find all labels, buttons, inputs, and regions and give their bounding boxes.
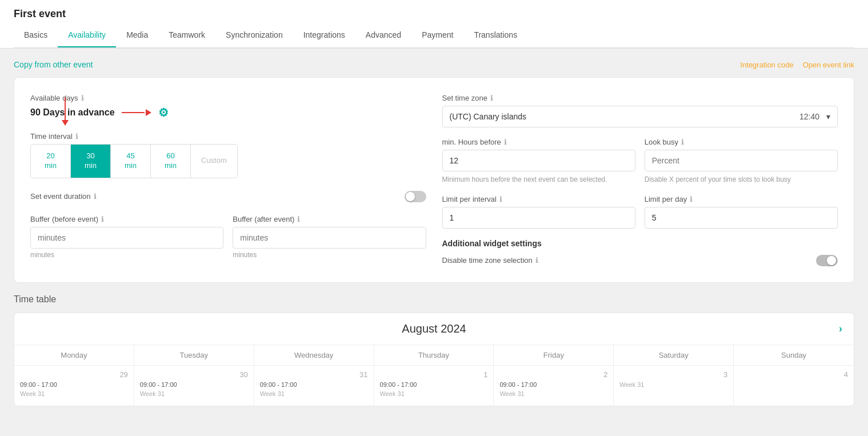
time-btn-60[interactable]: 60min — [151, 145, 191, 178]
time-table-title: Time table — [14, 294, 854, 305]
cell-time-4: 09:00 - 17:00 — [499, 381, 607, 388]
integration-code-link[interactable]: Integration code — [740, 61, 793, 69]
page-header: First event Basics Availability Media Te… — [0, 0, 868, 49]
look-busy-helper: Disable X percent of your time slots to … — [645, 175, 838, 185]
min-hours-input[interactable] — [442, 150, 635, 171]
calendar-cell-3[interactable]: 1 09:00 - 17:00 Week 31 — [374, 366, 494, 406]
buffer-before-info-icon[interactable]: ℹ — [101, 215, 104, 223]
horizontal-arrow — [122, 109, 151, 116]
tab-availability[interactable]: Availability — [58, 23, 116, 47]
action-links: Integration code Open event link — [740, 61, 854, 69]
nav-tabs: Basics Availability Media Teamwork Synch… — [14, 23, 854, 48]
buffer-after-unit: minutes — [233, 251, 426, 259]
tab-payment[interactable]: Payment — [411, 23, 463, 47]
look-busy-input[interactable] — [645, 150, 838, 171]
calendar-cell-2[interactable]: 31 09:00 - 17:00 Week 31 — [254, 366, 374, 406]
right-column: Set time zone ℹ (UTC) Canary islands 12:… — [442, 94, 838, 266]
buffer-after-input[interactable] — [233, 227, 426, 249]
tab-teamwork[interactable]: Teamwork — [158, 23, 215, 47]
calendar-card: August 2024 › Monday Tuesday Wednesday T… — [14, 313, 854, 406]
limit-per-interval-input[interactable] — [442, 207, 635, 229]
cell-week-5: Week 31 — [619, 381, 727, 388]
set-event-duration-label: Set event duration ℹ — [30, 192, 97, 201]
time-btn-30[interactable]: 30min — [71, 145, 111, 178]
limit-per-day-label: Limit per day ℹ — [645, 195, 838, 203]
time-btn-20[interactable]: 20min — [31, 145, 71, 178]
limit-per-interval-label: Limit per interval ℹ — [442, 195, 635, 203]
min-hours-section: min. Hours before ℹ Minimum hours before… — [442, 138, 635, 185]
tab-synchronization[interactable]: Synchronization — [215, 23, 293, 47]
cell-time-2: 09:00 - 17:00 — [260, 381, 368, 388]
buffer-before-unit: minutes — [30, 251, 223, 259]
calendar-cell-6[interactable]: 4 — [734, 366, 854, 406]
buffer-before-input[interactable] — [30, 227, 223, 249]
calendar-cell-0[interactable]: 29 09:00 - 17:00 Week 31 — [14, 366, 134, 406]
tab-basics[interactable]: Basics — [14, 23, 58, 47]
cell-week-1: Week 31 — [140, 390, 248, 397]
limit-per-day-input[interactable] — [645, 207, 838, 229]
cell-time-1: 09:00 - 17:00 — [140, 381, 248, 388]
limit-per-interval-section: Limit per interval ℹ — [442, 195, 635, 229]
calendar-header: August 2024 › — [14, 313, 854, 345]
disable-timezone-toggle[interactable] — [816, 255, 838, 266]
limit-per-day-info-icon[interactable]: ℹ — [690, 195, 693, 203]
cell-date-5: 3 — [619, 370, 727, 379]
set-event-duration-info-icon[interactable]: ℹ — [94, 192, 97, 201]
cell-time-0: 09:00 - 17:00 — [20, 381, 128, 388]
buffer-after-info-icon[interactable]: ℹ — [297, 215, 300, 223]
available-days-info-icon[interactable]: ℹ — [81, 94, 84, 102]
day-header-wednesday: Wednesday — [254, 345, 374, 365]
min-hours-helper: Minimum hours before the next event can … — [442, 175, 635, 185]
limit-row: Limit per interval ℹ Limit per day ℹ — [442, 195, 838, 229]
cell-date-0: 29 — [20, 370, 128, 379]
day-header-tuesday: Tuesday — [134, 345, 254, 365]
time-btn-45[interactable]: 45min — [111, 145, 151, 178]
calendar-next-button[interactable]: › — [839, 323, 842, 335]
cell-date-4: 2 — [499, 370, 607, 379]
timezone-value: (UTC) Canary islands — [450, 112, 527, 121]
tab-translations[interactable]: Translations — [463, 23, 527, 47]
timezone-select[interactable]: (UTC) Canary islands 12:40 ▾ — [442, 106, 838, 127]
day-header-monday: Monday — [14, 345, 134, 365]
availability-card: Available days ℹ 90 Days in advance ⚙ — [14, 77, 854, 283]
timezone-label: Set time zone ℹ — [442, 94, 838, 102]
nav-indicator-arrow — [62, 97, 69, 126]
timezone-info-icon[interactable]: ℹ — [490, 94, 493, 102]
cell-week-4: Week 31 — [499, 390, 607, 397]
open-event-link[interactable]: Open event link — [803, 61, 854, 69]
tab-integrations[interactable]: Integrations — [293, 23, 355, 47]
calendar-days-header: Monday Tuesday Wednesday Thursday Friday… — [14, 345, 854, 365]
available-days-label: Available days ℹ — [30, 94, 426, 102]
buffer-before-label: Buffer (before event) ℹ — [30, 215, 223, 223]
look-busy-section: Look busy ℹ Disable X percent of your ti… — [645, 138, 838, 185]
limit-per-day-section: Limit per day ℹ — [645, 195, 838, 229]
cell-week-0: Week 31 — [20, 390, 128, 397]
min-hours-info-icon[interactable]: ℹ — [504, 138, 507, 146]
set-event-duration-toggle[interactable] — [405, 191, 426, 202]
limit-per-interval-info-icon[interactable]: ℹ — [499, 195, 502, 203]
gear-icon[interactable]: ⚙ — [158, 106, 169, 119]
copy-from-event-link[interactable]: Copy from other event — [14, 60, 93, 69]
time-btn-custom[interactable]: Custom — [191, 145, 237, 178]
tab-media[interactable]: Media — [116, 23, 158, 47]
min-hours-label: min. Hours before ℹ — [442, 138, 635, 146]
dropdown-arrow-icon: ▾ — [826, 112, 830, 121]
calendar-cell-5[interactable]: 3 Week 31 — [614, 366, 734, 406]
time-interval-info-icon[interactable]: ℹ — [75, 132, 78, 141]
buffer-section: Buffer (before event) ℹ minutes Buffer (… — [30, 215, 426, 259]
cell-date-2: 31 — [260, 370, 368, 379]
calendar-month-title: August 2024 — [402, 322, 466, 335]
look-busy-info-icon[interactable]: ℹ — [681, 138, 684, 146]
set-event-duration-section: Set event duration ℹ — [30, 191, 426, 202]
available-days-value: 90 Days in advance ⚙ — [30, 106, 426, 119]
disable-timezone-info-icon[interactable]: ℹ — [535, 256, 538, 265]
available-days-section: Available days ℹ 90 Days in advance ⚙ — [30, 94, 426, 119]
look-busy-label: Look busy ℹ — [645, 138, 838, 146]
widget-settings-heading: Additional widget settings — [442, 239, 838, 248]
calendar-cell-4[interactable]: 2 09:00 - 17:00 Week 31 — [494, 366, 614, 406]
tab-advanced[interactable]: Advanced — [355, 23, 411, 47]
day-header-saturday: Saturday — [614, 345, 734, 365]
day-header-friday: Friday — [494, 345, 614, 365]
cell-date-6: 4 — [739, 370, 848, 379]
calendar-cell-1[interactable]: 30 09:00 - 17:00 Week 31 — [134, 366, 254, 406]
